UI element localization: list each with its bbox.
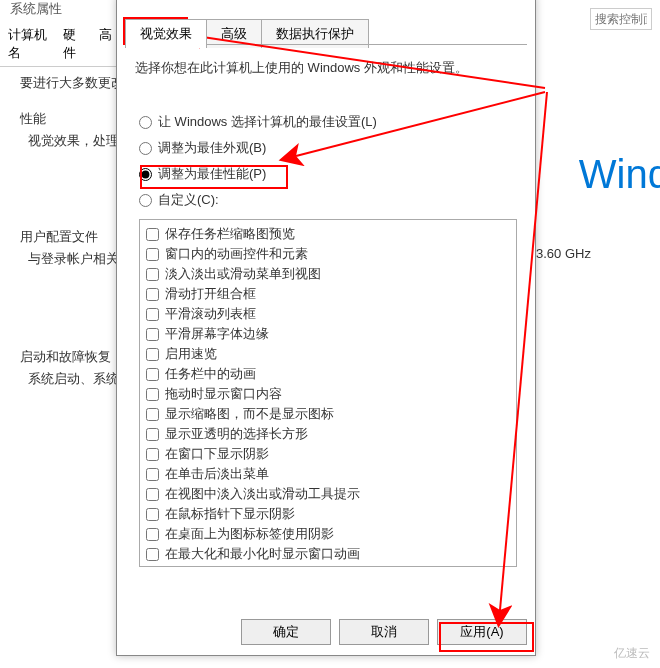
dialog-description: 选择你想在此计算机上使用的 Windows 外观和性能设置。 bbox=[135, 59, 468, 77]
radio-best-performance[interactable]: 调整为最佳性能(P) bbox=[139, 165, 377, 183]
radio-best-performance-input[interactable] bbox=[139, 168, 152, 181]
bg-start-heading: 启动和故障恢复 bbox=[20, 348, 111, 366]
bg-perf-heading: 性能 bbox=[20, 110, 46, 128]
check-label-8: 拖动时显示窗口内容 bbox=[165, 385, 282, 403]
bg-tab-computer[interactable]: 计算机名 bbox=[0, 22, 55, 66]
bg-change-text: 要进行大多数更改 bbox=[20, 74, 124, 92]
check-row-0[interactable]: 保存任务栏缩略图预览 bbox=[142, 224, 514, 244]
radio-best-appearance-label: 调整为最佳外观(B) bbox=[158, 139, 266, 157]
check-row-4[interactable]: 平滑滚动列表框 bbox=[142, 304, 514, 324]
dialog-buttons: 确定 取消 应用(A) bbox=[117, 619, 535, 645]
check-box-8[interactable] bbox=[146, 388, 159, 401]
check-label-5: 平滑屏幕字体边缘 bbox=[165, 325, 269, 343]
check-row-6[interactable]: 启用速览 bbox=[142, 344, 514, 364]
bg-user-heading: 用户配置文件 bbox=[20, 228, 98, 246]
check-label-9: 显示缩略图，而不是显示图标 bbox=[165, 405, 334, 423]
radio-let-windows-label: 让 Windows 选择计算机的最佳设置(L) bbox=[158, 113, 377, 131]
check-row-16[interactable]: 在最大化和最小化时显示窗口动画 bbox=[142, 544, 514, 564]
search-input[interactable] bbox=[590, 8, 652, 30]
check-row-10[interactable]: 显示亚透明的选择长方形 bbox=[142, 424, 514, 444]
check-label-16: 在最大化和最小化时显示窗口动画 bbox=[165, 545, 360, 563]
check-box-16[interactable] bbox=[146, 548, 159, 561]
apply-button[interactable]: 应用(A) bbox=[437, 619, 527, 645]
check-label-15: 在桌面上为图标标签使用阴影 bbox=[165, 525, 334, 543]
ok-button[interactable]: 确定 bbox=[241, 619, 331, 645]
check-label-11: 在窗口下显示阴影 bbox=[165, 445, 269, 463]
check-row-8[interactable]: 拖动时显示窗口内容 bbox=[142, 384, 514, 404]
windows-logo-text: Wind bbox=[579, 152, 660, 197]
watermark: 亿速云 bbox=[608, 643, 656, 664]
check-box-6[interactable] bbox=[146, 348, 159, 361]
radio-best-performance-label: 调整为最佳性能(P) bbox=[158, 165, 266, 183]
check-row-7[interactable]: 任务栏中的动画 bbox=[142, 364, 514, 384]
check-label-4: 平滑滚动列表框 bbox=[165, 305, 256, 323]
check-label-0: 保存任务栏缩略图预览 bbox=[165, 225, 295, 243]
check-box-4[interactable] bbox=[146, 308, 159, 321]
check-box-2[interactable] bbox=[146, 268, 159, 281]
check-label-2: 淡入淡出或滑动菜单到视图 bbox=[165, 265, 321, 283]
check-box-11[interactable] bbox=[146, 448, 159, 461]
check-label-10: 显示亚透明的选择长方形 bbox=[165, 425, 308, 443]
radio-let-windows[interactable]: 让 Windows 选择计算机的最佳设置(L) bbox=[139, 113, 377, 131]
check-box-13[interactable] bbox=[146, 488, 159, 501]
check-box-10[interactable] bbox=[146, 428, 159, 441]
check-box-0[interactable] bbox=[146, 228, 159, 241]
check-row-11[interactable]: 在窗口下显示阴影 bbox=[142, 444, 514, 464]
radio-best-appearance-input[interactable] bbox=[139, 142, 152, 155]
check-row-15[interactable]: 在桌面上为图标标签使用阴影 bbox=[142, 524, 514, 544]
cpu-ghz: 3.60 GHz bbox=[536, 246, 591, 261]
radio-custom-label: 自定义(C): bbox=[158, 191, 219, 209]
check-row-5[interactable]: 平滑屏幕字体边缘 bbox=[142, 324, 514, 344]
check-label-12: 在单击后淡出菜单 bbox=[165, 465, 269, 483]
check-box-3[interactable] bbox=[146, 288, 159, 301]
check-label-1: 窗口内的动画控件和元素 bbox=[165, 245, 308, 263]
check-row-3[interactable]: 滑动打开组合框 bbox=[142, 284, 514, 304]
check-label-13: 在视图中淡入淡出或滑动工具提示 bbox=[165, 485, 360, 503]
bg-tab-hardware[interactable]: 硬件 bbox=[55, 22, 91, 66]
radio-custom-input[interactable] bbox=[139, 194, 152, 207]
check-row-12[interactable]: 在单击后淡出菜单 bbox=[142, 464, 514, 484]
check-row-9[interactable]: 显示缩略图，而不是显示图标 bbox=[142, 404, 514, 424]
check-label-14: 在鼠标指针下显示阴影 bbox=[165, 505, 295, 523]
check-box-5[interactable] bbox=[146, 328, 159, 341]
check-box-7[interactable] bbox=[146, 368, 159, 381]
radio-custom[interactable]: 自定义(C): bbox=[139, 191, 377, 209]
check-row-14[interactable]: 在鼠标指针下显示阴影 bbox=[142, 504, 514, 524]
check-label-6: 启用速览 bbox=[165, 345, 217, 363]
cancel-button[interactable]: 取消 bbox=[339, 619, 429, 645]
check-row-13[interactable]: 在视图中淡入淡出或滑动工具提示 bbox=[142, 484, 514, 504]
performance-options-dialog: 视觉效果 高级 数据执行保护 选择你想在此计算机上使用的 Windows 外观和… bbox=[116, 0, 536, 656]
options-checklist[interactable]: 保存任务栏缩略图预览窗口内的动画控件和元素淡入淡出或滑动菜单到视图滑动打开组合框… bbox=[139, 219, 517, 567]
check-box-9[interactable] bbox=[146, 408, 159, 421]
check-label-7: 任务栏中的动画 bbox=[165, 365, 256, 383]
bg-tabs: 计算机名 硬件 高 bbox=[0, 22, 120, 67]
check-row-1[interactable]: 窗口内的动画控件和元素 bbox=[142, 244, 514, 264]
check-box-15[interactable] bbox=[146, 528, 159, 541]
check-box-12[interactable] bbox=[146, 468, 159, 481]
check-row-2[interactable]: 淡入淡出或滑动菜单到视图 bbox=[142, 264, 514, 284]
radio-let-windows-input[interactable] bbox=[139, 116, 152, 129]
radio-best-appearance[interactable]: 调整为最佳外观(B) bbox=[139, 139, 377, 157]
tab-visual-effects[interactable]: 视觉效果 bbox=[125, 19, 207, 48]
check-label-3: 滑动打开组合框 bbox=[165, 285, 256, 303]
check-box-1[interactable] bbox=[146, 248, 159, 261]
radio-group: 让 Windows 选择计算机的最佳设置(L) 调整为最佳外观(B) 调整为最佳… bbox=[139, 113, 377, 217]
check-box-14[interactable] bbox=[146, 508, 159, 521]
bg-title: 系统属性 bbox=[10, 0, 62, 18]
